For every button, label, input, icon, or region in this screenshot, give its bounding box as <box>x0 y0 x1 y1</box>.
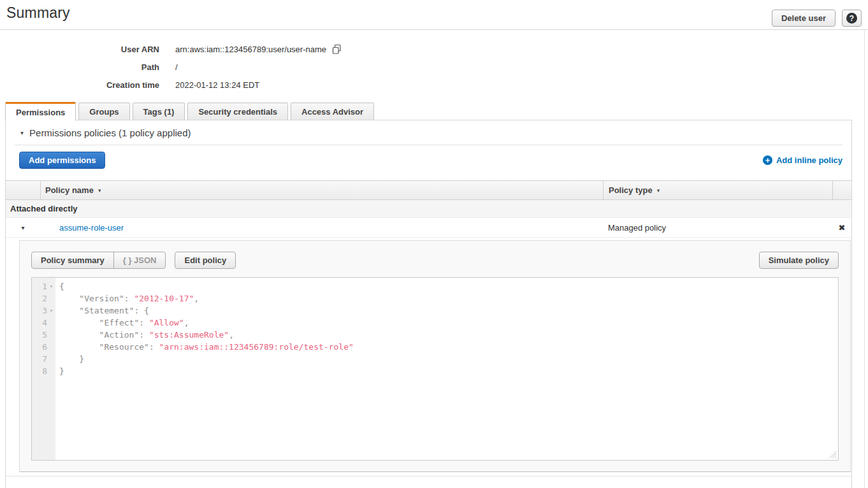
line-number: 7 <box>42 353 47 365</box>
user-arn-label: User ARN <box>0 45 159 54</box>
detail-row-user-arn: User ARN arn:aws:iam::123456789:user/use… <box>0 40 342 58</box>
permissions-toolbar: Add permissions + Add inline policy <box>6 145 851 180</box>
help-icon: ? <box>846 13 857 24</box>
attached-directly-group-row: Attached directly <box>6 200 851 218</box>
permissions-tab-panel: ▾ Permissions policies (1 policy applied… <box>5 120 852 488</box>
code-line: { <box>59 280 838 292</box>
delete-user-button[interactable]: Delete user <box>772 10 835 27</box>
simulate-policy-button[interactable]: Simulate policy <box>759 252 839 269</box>
tab-groups[interactable]: Groups <box>78 103 129 120</box>
path-label: Path <box>0 62 159 72</box>
gutter-line: 5 <box>32 329 55 341</box>
code-line: "Version": "2012-10-17", <box>59 292 838 305</box>
detail-row-creation-time: Creation time 2022-01-12 13:24 EDT <box>0 76 342 94</box>
policy-type-value: Managed policy <box>603 223 832 233</box>
header-buttons: Delete user ? <box>772 10 862 27</box>
code-line: } <box>59 365 838 377</box>
plus-circle-icon: + <box>763 155 772 165</box>
gutter-line: 1▾ <box>32 280 55 292</box>
json-policy-editor[interactable]: 1▾23▾45678 { "Version": "2012-10-17", "S… <box>31 277 839 461</box>
json-view-button[interactable]: { } JSON <box>113 252 166 269</box>
sort-caret-icon: ▾ <box>98 187 101 194</box>
line-number: 1 <box>42 280 47 292</box>
code-line: "Action": "sts:AssumeRole", <box>59 329 838 341</box>
remove-column-spacer <box>832 181 851 199</box>
gutter-line: 3▾ <box>32 305 55 317</box>
column-header-policy-name[interactable]: Policy name ▾ <box>40 181 603 199</box>
creation-time-value: 2022-01-12 13:24 EDT <box>175 80 259 90</box>
policy-table-header: Policy name ▾ Policy type ▾ <box>6 180 851 200</box>
gutter-line: 6 <box>32 341 55 353</box>
group-label: Attached directly <box>10 204 77 213</box>
line-number: 8 <box>42 365 47 377</box>
view-toggle-button-group: Policy summary { } JSON <box>31 252 166 269</box>
editor-code: { "Version": "2012-10-17", "Statement": … <box>55 278 838 377</box>
gutter-line: 8 <box>32 365 55 377</box>
sort-caret-icon: ▾ <box>657 187 660 194</box>
page-title: Summary <box>6 4 70 22</box>
line-number: 2 <box>42 292 47 305</box>
creation-time-label: Creation time <box>0 80 159 90</box>
tab-tags[interactable]: Tags (1) <box>133 103 185 120</box>
copy-icon[interactable] <box>331 44 342 54</box>
fold-caret-icon[interactable]: ▾ <box>47 305 55 317</box>
collapse-caret-icon: ▾ <box>20 130 24 136</box>
user-arn-value: arn:aws:iam::123456789:user/user-name <box>175 45 326 54</box>
policy-viewer-toolbar: Policy summary { } JSON Edit policy Simu… <box>31 252 839 269</box>
permissions-policies-heading: Permissions policies (1 policy applied) <box>29 127 191 138</box>
expand-column-spacer <box>6 181 40 199</box>
permissions-policies-section-header[interactable]: ▾ Permissions policies (1 policy applied… <box>15 120 843 145</box>
policy-name-link[interactable]: assume-role-user <box>40 223 603 233</box>
detail-row-path: Path / <box>0 58 342 76</box>
line-number: 5 <box>42 329 47 341</box>
code-line: "Resource": "arn:aws:iam::123456789:role… <box>59 341 838 353</box>
page-header: Summary Delete user ? <box>0 0 868 30</box>
code-line: } <box>59 353 838 365</box>
tab-security-credentials[interactable]: Security credentials <box>187 103 288 120</box>
viewport-right-divider <box>864 30 865 488</box>
editor-resize-handle-icon[interactable] <box>829 451 837 459</box>
add-permissions-button[interactable]: Add permissions <box>19 152 105 169</box>
user-details: User ARN arn:aws:iam::123456789:user/use… <box>0 40 342 94</box>
fold-caret-icon[interactable]: ▾ <box>47 280 55 292</box>
line-number: 3 <box>42 305 47 317</box>
detach-policy-icon[interactable]: ✖ <box>832 223 851 233</box>
policy-table-row: ▾ assume-role-user Managed policy ✖ <box>6 218 851 238</box>
edit-policy-button[interactable]: Edit policy <box>175 252 236 269</box>
tab-permissions[interactable]: Permissions <box>5 102 76 120</box>
policy-type-header-label: Policy type <box>609 185 653 195</box>
policy-summary-button[interactable]: Policy summary <box>31 252 114 269</box>
tab-access-advisor[interactable]: Access Advisor <box>291 103 374 120</box>
add-inline-policy-link[interactable]: + Add inline policy <box>763 155 843 165</box>
policy-detail-row: Policy summary { } JSON Edit policy Simu… <box>6 238 851 477</box>
line-number: 4 <box>42 317 47 329</box>
add-inline-policy-label: Add inline policy <box>776 155 843 165</box>
code-line: "Statement": { <box>59 305 838 317</box>
code-line: "Effect": "Allow", <box>59 317 838 329</box>
path-value: / <box>175 62 178 72</box>
policy-name-header-label: Policy name <box>45 185 94 195</box>
editor-gutter: 1▾23▾45678 <box>32 278 55 460</box>
column-header-policy-type[interactable]: Policy type ▾ <box>603 181 832 199</box>
gutter-line: 7 <box>32 353 55 365</box>
line-number: 6 <box>42 341 47 353</box>
tab-bar: Permissions Groups Tags (1) Security cre… <box>5 103 374 120</box>
gutter-line: 2 <box>32 292 55 305</box>
help-button[interactable]: ? <box>842 10 862 27</box>
gutter-line: 4 <box>32 317 55 329</box>
policy-viewer-panel: Policy summary { } JSON Edit policy Simu… <box>19 240 851 472</box>
row-expand-caret-icon[interactable]: ▾ <box>6 224 40 231</box>
